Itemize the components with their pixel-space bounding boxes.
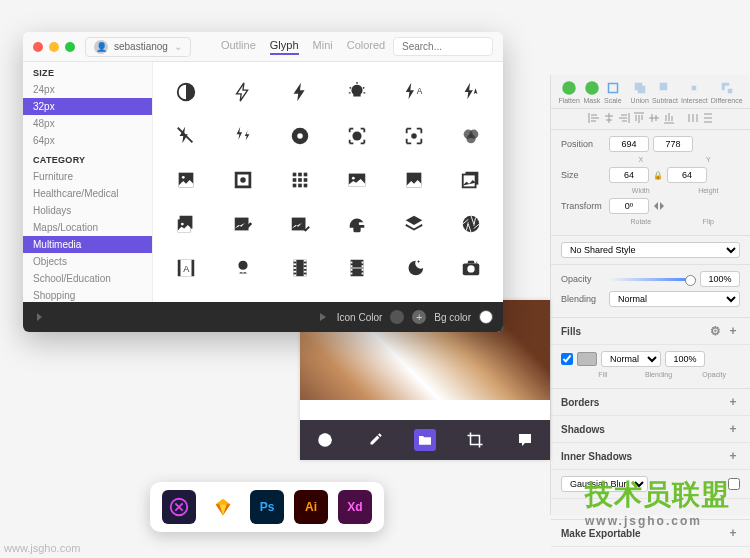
macro-flower-icon[interactable] bbox=[214, 246, 271, 290]
contrast-icon[interactable] bbox=[157, 70, 214, 114]
sidebar-category-holidays[interactable]: Holidays bbox=[23, 202, 152, 219]
sidebar-category-school-education[interactable]: School/Education bbox=[23, 270, 152, 287]
pos-x-input[interactable] bbox=[609, 136, 649, 152]
close-button[interactable] bbox=[33, 42, 43, 52]
sidebar-category-multimedia[interactable]: Multimedia bbox=[23, 236, 152, 253]
sidebar-size-24px[interactable]: 24px bbox=[23, 81, 152, 98]
sidebar-category-healthcare-medical[interactable]: Healthcare/Medical bbox=[23, 185, 152, 202]
width-input[interactable] bbox=[609, 167, 649, 183]
sidebar-category-furniture[interactable]: Furniture bbox=[23, 168, 152, 185]
fill-blending-select[interactable]: Normal bbox=[601, 351, 661, 367]
sidebar-size-32px[interactable]: 32px bbox=[23, 98, 152, 115]
flatten-tool[interactable]: Flatten bbox=[558, 79, 579, 104]
icon-color-swatch[interactable] bbox=[390, 310, 404, 324]
picture-stack2-icon[interactable] bbox=[157, 202, 214, 246]
rotate-input[interactable] bbox=[609, 198, 649, 214]
union-tool[interactable]: Union bbox=[631, 79, 649, 104]
sidebar-size-64px[interactable]: 64px bbox=[23, 132, 152, 149]
shared-style-select[interactable]: No Shared Style bbox=[561, 242, 740, 258]
lock-icon[interactable]: 🔒 bbox=[653, 171, 663, 180]
picture-border-icon[interactable] bbox=[214, 158, 271, 202]
sidebar-category-shopping[interactable]: Shopping bbox=[23, 287, 152, 302]
maximize-button[interactable] bbox=[65, 42, 75, 52]
tab-colored[interactable]: Colored bbox=[347, 39, 386, 55]
comment-icon[interactable] bbox=[514, 429, 536, 451]
aperture-icon[interactable] bbox=[442, 202, 499, 246]
mask-tool[interactable]: Mask bbox=[583, 79, 601, 104]
fill-color-swatch[interactable] bbox=[577, 352, 597, 366]
disc-icon[interactable] bbox=[271, 114, 328, 158]
picture-frame-icon[interactable] bbox=[157, 158, 214, 202]
focus-frame-icon[interactable] bbox=[385, 114, 442, 158]
rgb-filter-icon[interactable] bbox=[442, 114, 499, 158]
sidebar-size-48px[interactable]: 48px bbox=[23, 115, 152, 132]
flash-off-icon[interactable] bbox=[157, 114, 214, 158]
helmet-icon[interactable] bbox=[328, 202, 385, 246]
folder-icon[interactable] bbox=[414, 429, 436, 451]
align-right-icon[interactable] bbox=[618, 112, 630, 124]
minimize-button[interactable] bbox=[49, 42, 59, 52]
tab-glyph[interactable]: Glyph bbox=[270, 39, 299, 55]
film-a-icon[interactable] bbox=[157, 246, 214, 290]
idea-bulb-icon[interactable] bbox=[328, 70, 385, 114]
opacity-slider[interactable] bbox=[609, 278, 696, 281]
fills-add-button[interactable]: + bbox=[726, 324, 740, 338]
layers-icon[interactable] bbox=[385, 202, 442, 246]
subtract-tool[interactable]: Subtract bbox=[652, 79, 678, 104]
focus-icon[interactable] bbox=[328, 114, 385, 158]
picture-check-icon[interactable] bbox=[271, 202, 328, 246]
picture-stack-icon[interactable] bbox=[442, 158, 499, 202]
flash-split-icon[interactable] bbox=[214, 114, 271, 158]
tab-outline[interactable]: Outline bbox=[221, 39, 256, 55]
blending-select[interactable]: Normal bbox=[609, 291, 740, 307]
tab-mini[interactable]: Mini bbox=[313, 39, 333, 55]
night-star-icon[interactable] bbox=[385, 246, 442, 290]
opacity-input[interactable] bbox=[700, 271, 740, 287]
bolt-icon[interactable] bbox=[271, 70, 328, 114]
align-top-icon[interactable] bbox=[633, 112, 645, 124]
inner-shadows-add-button[interactable]: + bbox=[726, 449, 740, 463]
grid-tiles-icon[interactable] bbox=[271, 158, 328, 202]
bg-color-swatch[interactable] bbox=[479, 310, 493, 324]
search-input[interactable] bbox=[393, 37, 493, 56]
icon-color-add[interactable]: + bbox=[412, 310, 426, 324]
align-vcenter-icon[interactable] bbox=[648, 112, 660, 124]
crop-icon[interactable] bbox=[464, 429, 486, 451]
filmstrip-icon[interactable] bbox=[271, 246, 328, 290]
fill-opacity-input[interactable] bbox=[665, 351, 705, 367]
sidebar-category-maps-location[interactable]: Maps/Location bbox=[23, 219, 152, 236]
export-add-button[interactable]: + bbox=[726, 526, 740, 540]
filmstrip-alt-icon[interactable] bbox=[328, 246, 385, 290]
distribute-h-icon[interactable] bbox=[687, 112, 699, 124]
flip-h-icon[interactable] bbox=[653, 200, 665, 212]
align-hcenter-icon[interactable] bbox=[603, 112, 615, 124]
picture-square-icon[interactable] bbox=[385, 158, 442, 202]
scale-tool[interactable]: Scale bbox=[604, 79, 622, 104]
flash-auto-icon[interactable] bbox=[385, 70, 442, 114]
play-icon[interactable] bbox=[317, 311, 329, 323]
user-chip[interactable]: 👤 sebastianog ⌄ bbox=[85, 37, 191, 57]
align-left-icon[interactable] bbox=[588, 112, 600, 124]
dock-app-illustrator[interactable]: Ai bbox=[294, 490, 328, 524]
borders-add-button[interactable]: + bbox=[726, 395, 740, 409]
picture-landscape-icon[interactable] bbox=[328, 158, 385, 202]
camera-bolt-icon[interactable] bbox=[442, 246, 499, 290]
dock-app-photoshop[interactable]: Ps bbox=[250, 490, 284, 524]
distribute-v-icon[interactable] bbox=[702, 112, 714, 124]
eyedropper-icon[interactable] bbox=[364, 429, 386, 451]
difference-tool[interactable]: Difference bbox=[711, 79, 743, 104]
height-input[interactable] bbox=[667, 167, 707, 183]
dock-app-iconjar[interactable] bbox=[162, 490, 196, 524]
chart-pie-icon[interactable] bbox=[314, 429, 336, 451]
sidebar-category-objects[interactable]: Objects bbox=[23, 253, 152, 270]
intersect-tool[interactable]: Intersect bbox=[681, 79, 708, 104]
align-bottom-icon[interactable] bbox=[663, 112, 675, 124]
dock-app-sketch[interactable] bbox=[206, 490, 240, 524]
picture-edit-icon[interactable] bbox=[214, 202, 271, 246]
fill-enabled-check[interactable] bbox=[561, 353, 573, 365]
pos-y-input[interactable] bbox=[653, 136, 693, 152]
bolt-thin-icon[interactable] bbox=[214, 70, 271, 114]
dock-app-xd[interactable]: Xd bbox=[338, 490, 372, 524]
fills-gear-icon[interactable]: ⚙ bbox=[708, 324, 722, 338]
prev-icon[interactable] bbox=[33, 311, 45, 323]
